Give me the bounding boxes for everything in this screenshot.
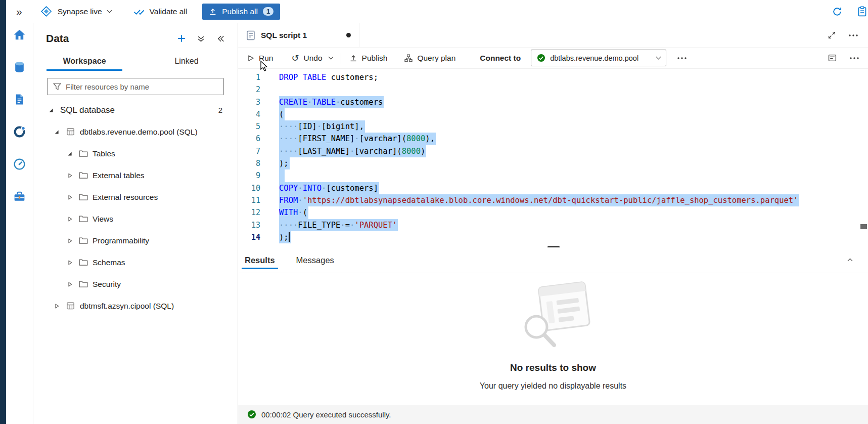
code-line-3[interactable]: 3CREATE·TABLE·customers xyxy=(238,96,868,108)
tree-item-label: SQL database xyxy=(60,105,115,115)
tree-item-label: dbtmsft.azsyn.cipool (SQL) xyxy=(80,302,174,311)
document-tab-title: SQL script 1 xyxy=(261,31,307,40)
nav-data[interactable] xyxy=(6,52,33,84)
collapse-twisty-icon[interactable] xyxy=(53,129,61,135)
expand-editor-icon[interactable] xyxy=(828,31,836,39)
expand-twisty-icon[interactable] xyxy=(66,238,74,244)
publish-all-button[interactable]: Publish all 1 xyxy=(202,4,280,20)
document-tab-bar: SQL script 1 xyxy=(238,23,868,48)
code-line-2[interactable]: 2 xyxy=(238,83,868,96)
add-icon[interactable] xyxy=(177,34,186,43)
tree-item-programmability[interactable]: Programmability xyxy=(33,230,238,251)
code-line-13[interactable]: 13····FILE_TYPE·=·'PARQUET' xyxy=(238,219,868,231)
query-plan-button[interactable]: Query plan xyxy=(404,54,455,63)
collapse-results-icon[interactable] xyxy=(848,256,868,265)
tab-sql-script-1[interactable]: SQL script 1 xyxy=(238,23,359,47)
tab-linked[interactable]: Linked xyxy=(135,51,238,72)
nav-integrate[interactable] xyxy=(6,116,33,149)
nav-manage[interactable] xyxy=(6,181,33,214)
publish-button[interactable]: Publish xyxy=(349,54,388,63)
code-token: CREATE xyxy=(279,98,307,107)
line-number: 3 xyxy=(238,96,260,108)
code-line-8[interactable]: 8); xyxy=(238,157,868,169)
code-line-9[interactable]: 9 xyxy=(238,169,868,182)
more-options-icon[interactable] xyxy=(850,57,859,59)
query-plan-icon xyxy=(404,54,413,62)
panel-title: Data xyxy=(46,32,177,45)
line-number: 1 xyxy=(238,71,260,83)
code-token: ) xyxy=(421,147,425,156)
branch-selector[interactable]: Synapse live xyxy=(40,6,111,17)
expand-twisty-icon[interactable] xyxy=(66,194,74,200)
run-button[interactable]: Run xyxy=(247,54,273,63)
clipboard-icon[interactable] xyxy=(857,6,867,17)
tree-item-external-tables[interactable]: External tables xyxy=(33,164,238,186)
code-token: FILE_TYPE xyxy=(298,221,340,230)
validate-all-button[interactable]: Validate all xyxy=(133,7,188,16)
undo-dropdown-chevron-icon[interactable] xyxy=(328,55,333,60)
tree-item-tables[interactable]: Tables xyxy=(33,143,238,164)
more-commands-icon[interactable] xyxy=(677,57,687,59)
connect-to-dropdown[interactable]: dbtlabs.revenue.demo.pool xyxy=(531,50,666,66)
expand-twisty-icon[interactable] xyxy=(66,173,74,179)
expand-twisty-icon[interactable] xyxy=(66,216,74,222)
code-line-5[interactable]: 5····[ID]·[bigint], xyxy=(238,120,868,133)
code-line-1[interactable]: 1DROP TABLE customers; xyxy=(238,71,868,83)
item-count-badge: 2 xyxy=(218,106,238,114)
tree-item-external-resources[interactable]: External resources xyxy=(33,186,238,208)
code-line-12[interactable]: 12WITH·( xyxy=(238,206,868,219)
toolbar-right-actions xyxy=(828,54,868,62)
sql-editor[interactable]: 1DROP TABLE customers;23CREATE·TABLE·cus… xyxy=(238,69,868,247)
code-token: WITH xyxy=(279,208,298,217)
branch-selector-label: Synapse live xyxy=(58,7,102,16)
line-number: 4 xyxy=(238,108,260,120)
tree-item-dbtlabs-revenue-demo-pool-sql[interactable]: dbtlabs.revenue.demo.pool (SQL) xyxy=(33,121,238,143)
upload-icon xyxy=(349,54,357,62)
code-token: · xyxy=(298,208,302,217)
tab-messages[interactable]: Messages xyxy=(293,247,337,273)
code-line-11[interactable]: 11FROM·'https://dbtlabsynapsedatalake.bl… xyxy=(238,194,868,206)
code-line-10[interactable]: 10COPY·INTO·[customers] xyxy=(238,182,868,194)
collapse-panel-icon[interactable] xyxy=(216,35,224,43)
code-token: [ID] xyxy=(298,122,316,131)
tree-item-label: Schemas xyxy=(93,258,125,267)
properties-icon[interactable] xyxy=(828,54,837,62)
tab-results[interactable]: Results xyxy=(242,247,278,273)
tab-workspace-label: Workspace xyxy=(63,57,106,66)
expand-twisty-icon[interactable] xyxy=(53,303,61,309)
refresh-icon[interactable] xyxy=(832,7,842,17)
tree-item-sql-database[interactable]: SQL database2 xyxy=(33,99,238,121)
code-line-4[interactable]: 4( xyxy=(238,108,868,120)
nav-develop[interactable] xyxy=(6,84,33,116)
collapse-twisty-icon[interactable] xyxy=(66,151,74,157)
undo-button[interactable]: ↺ Undo xyxy=(291,54,322,63)
window-edge xyxy=(0,0,6,424)
filter-input[interactable] xyxy=(66,82,218,91)
nav-home[interactable] xyxy=(6,19,33,52)
resource-tree: SQL database2dbtlabs.revenue.demo.pool (… xyxy=(33,99,238,317)
double-chevron-down-icon[interactable] xyxy=(197,35,205,43)
tree-item-schemas[interactable]: Schemas xyxy=(33,251,238,273)
nav-monitor[interactable] xyxy=(6,149,33,181)
tree-item-security[interactable]: Security xyxy=(33,273,238,295)
tab-linked-label: Linked xyxy=(174,57,198,66)
more-options-icon[interactable] xyxy=(849,34,858,36)
tree-item-views[interactable]: Views xyxy=(33,208,238,230)
expand-twisty-icon[interactable] xyxy=(66,281,74,287)
collapse-twisty-icon[interactable] xyxy=(47,107,55,113)
code-line-6[interactable]: 6····[FIRST_NAME]·[varchar](8000), xyxy=(238,133,868,145)
expand-nav-icon[interactable]: » xyxy=(16,6,21,18)
code-line-14[interactable]: 14); xyxy=(238,231,868,243)
code-line-7[interactable]: 7····[LAST_NAME]·[varchar](8000) xyxy=(238,145,868,157)
expand-twisty-icon[interactable] xyxy=(66,260,74,266)
connected-pool-value: dbtlabs.revenue.demo.pool xyxy=(550,54,638,62)
code-token: COPY xyxy=(279,184,298,193)
tree-item-dbtmsft-azsyn-cipool-sql[interactable]: dbtmsft.azsyn.cipool (SQL) xyxy=(33,295,238,317)
tab-workspace[interactable]: Workspace xyxy=(33,51,135,72)
code-token: · xyxy=(350,221,354,230)
folder-icon xyxy=(79,259,88,266)
unsaved-indicator-dot xyxy=(346,33,351,37)
undo-label: Undo xyxy=(304,54,323,63)
filter-icon xyxy=(53,83,61,90)
code-token xyxy=(298,73,302,82)
